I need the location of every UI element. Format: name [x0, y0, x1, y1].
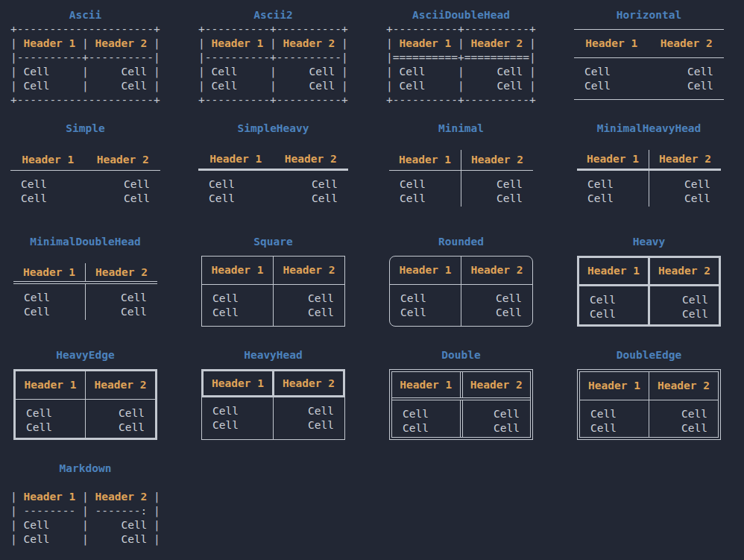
table-box: Header 1Header 2CellCellCellCell	[13, 263, 157, 320]
body-cell: Cell	[496, 66, 523, 78]
table-ascii: Ascii+---------------------+ | Header 1 …	[10, 8, 160, 107]
body-cell: Cell	[649, 407, 718, 421]
header-cell: Header 2	[274, 150, 349, 169]
body-cell: Cell	[23, 533, 49, 545]
border-chars: |	[10, 66, 23, 78]
table-title: Square	[198, 235, 348, 249]
table-column: CellCell	[579, 286, 650, 324]
table-box: | Header 1 | Header 2 | | -------- | ---…	[10, 476, 160, 560]
table-column: CellCell	[390, 285, 461, 326]
header-cell: Header 1	[579, 258, 650, 284]
border-chars: |	[335, 66, 347, 78]
table-header-row: Header 1Header 2	[13, 263, 157, 284]
table-body: CellCellCellCell	[392, 400, 530, 437]
table-column: CellCell	[202, 397, 274, 439]
header-cell: Header 2	[650, 258, 719, 284]
table-title: Rounded	[386, 235, 536, 249]
border-chars: |----------+----------|	[10, 51, 160, 63]
body-cell: Cell	[392, 421, 460, 435]
table-box: +---------------------+ | Header 1 | Hea…	[10, 22, 160, 107]
border-chars: |	[386, 80, 399, 92]
border-chars: |	[10, 37, 23, 49]
table-column: CellCell	[86, 400, 155, 438]
table-ascii-double-head: AsciiDoubleHead+----------+----------+ |…	[386, 8, 536, 107]
border-chars: |	[10, 491, 23, 503]
header-cell: Header 2	[461, 150, 533, 170]
header-cell: Header 1	[198, 150, 274, 169]
table-title: Simple	[10, 122, 160, 136]
table-title: DoubleEdge	[574, 348, 724, 362]
table-simple: SimpleHeader 1Header 2CellCellCellCell	[10, 122, 160, 207]
table-box: Header 1Header 2CellCellCellCell	[577, 256, 721, 327]
table-box: +----------+----------+ | Header 1 | Hea…	[386, 22, 536, 107]
border-chars: |	[49, 519, 121, 531]
body-cell: Cell	[461, 306, 532, 320]
table-column: CellCell	[461, 171, 533, 207]
table-column: CellCell	[463, 400, 531, 437]
body-cell: Cell	[10, 177, 86, 192]
table-box: Header 1Header 2CellCellCellCell	[389, 369, 533, 440]
body-cell: Cell	[649, 65, 725, 79]
table-title: Ascii2	[198, 8, 348, 22]
body-cell: Cell	[389, 177, 461, 192]
body-cell: Cell	[496, 80, 523, 92]
body-cell: Cell	[650, 293, 719, 307]
table-rounded: RoundedHeader 1Header 2CellCellCellCell	[386, 235, 536, 327]
border-chars: |	[237, 80, 309, 92]
terminal-output: Ascii+---------------------+ | Header 1 …	[0, 0, 744, 560]
body-cell: Cell	[274, 306, 344, 320]
body-cell: Cell	[574, 65, 649, 79]
header-cell: Header 1	[399, 37, 451, 49]
border-chars: |	[49, 66, 121, 78]
header-cell: Header 2	[95, 37, 148, 49]
header-cell: Header 1	[577, 150, 649, 169]
table-column: CellCell	[649, 171, 721, 207]
table-title: SimpleHeavy	[198, 122, 348, 136]
table-horizontal: HorizontalHeader 1Header 2CellCellCellCe…	[574, 8, 724, 100]
border-chars: |	[523, 66, 535, 78]
border-chars: |	[425, 66, 496, 78]
table-header-row: Header 1Header 2	[579, 258, 719, 286]
header-cell: Header 1	[389, 150, 461, 170]
body-cell: Cell	[211, 66, 237, 78]
border-chars: |	[386, 66, 399, 78]
table-title: Markdown	[10, 462, 160, 476]
table-column: CellCell	[274, 171, 349, 207]
table-title: HeavyEdge	[10, 348, 160, 362]
table-body: CellCellCellCell	[389, 171, 533, 207]
body-cell: Cell	[121, 66, 147, 78]
border-chars: |	[75, 491, 95, 503]
border-chars: |	[198, 80, 211, 92]
body-cell: Cell	[461, 292, 532, 306]
header-cell: Header 2	[463, 372, 531, 397]
border-chars: |	[425, 80, 496, 92]
table-column: CellCell	[274, 285, 344, 326]
border-chars: |	[386, 37, 399, 49]
table-title: Horizontal	[574, 8, 724, 22]
body-cell: Cell	[274, 292, 344, 306]
table-body: CellCellCellCell	[198, 171, 348, 207]
table-simple-heavy: SimpleHeavyHeader 1Header 2CellCellCellC…	[198, 122, 348, 207]
border-chars: +---------------------+	[10, 23, 160, 35]
body-cell: Cell	[86, 406, 155, 421]
border-chars: |	[49, 80, 121, 92]
border-chars: |	[198, 37, 211, 49]
header-cell: Header 1	[10, 150, 86, 170]
border-chars: +----------+----------+	[198, 94, 348, 106]
body-cell: Cell	[13, 291, 85, 305]
table-box: Header 1Header 2CellCellCellCell	[201, 369, 345, 440]
border-chars: |	[147, 491, 160, 503]
table-column: CellCell	[650, 286, 719, 324]
body-cell: Cell	[579, 293, 648, 307]
body-cell: Cell	[399, 66, 425, 78]
table-header-row: Header 1Header 2	[201, 369, 345, 397]
table-header-row: Header 1Header 2	[198, 150, 348, 171]
header-cell: Header 1	[16, 371, 86, 399]
table-box: Header 1Header 2CellCellCellCell	[389, 150, 533, 207]
body-cell: Cell	[202, 418, 273, 432]
body-cell: Cell	[16, 406, 85, 421]
body-cell: Cell	[10, 192, 86, 206]
table-ascii2: Ascii2+----------+----------+ | Header 1…	[198, 8, 348, 107]
table-header-row: Header 1Header 2	[16, 371, 155, 400]
border-chars: |	[523, 80, 535, 92]
